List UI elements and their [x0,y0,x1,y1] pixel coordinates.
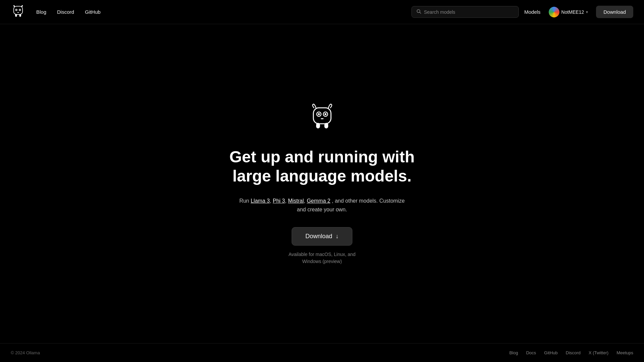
footer-docs-link[interactable]: Docs [526,350,536,355]
avatar [549,7,559,17]
avatar-image [549,7,559,17]
footer-discord-link[interactable]: Discord [566,350,581,355]
hero-title: Get up and running with large language m… [221,147,423,186]
hero-subtitle-prefix: Run [239,198,251,204]
footer: © 2024 Ollama Blog Docs GitHub Discord X… [0,343,644,362]
nav-right: Models NotMEE12 ▾ Download [411,5,633,19]
user-menu[interactable]: NotMEE12 ▾ [546,5,591,19]
nav-logo-link[interactable] [11,4,26,20]
svg-point-4 [19,9,20,10]
nav-blog-link[interactable]: Blog [36,9,46,15]
nav-discord-link[interactable]: Discord [57,9,74,15]
svg-rect-15 [320,118,323,119]
footer-meetups-link[interactable]: Meetups [616,350,633,355]
search-bar[interactable] [411,6,519,18]
svg-rect-17 [324,123,328,128]
nav-models-link[interactable]: Models [524,9,540,15]
logo-icon [11,4,26,19]
hero-mascot-icon [307,102,337,133]
chevron-down-icon: ▾ [586,10,588,14]
svg-rect-10 [313,108,331,123]
nav-github-link[interactable]: GitHub [85,9,101,15]
hero-logo [307,102,337,134]
hero-phi3-link[interactable]: Phi 3 [273,198,285,204]
svg-point-13 [318,113,320,115]
footer-copyright: © 2024 Ollama [11,350,40,355]
svg-point-14 [324,113,326,115]
svg-rect-16 [316,123,320,128]
user-name-label: NotMEE12 [561,9,584,15]
svg-point-3 [16,9,17,10]
download-arrow-icon: ↓ [336,233,339,240]
nav-download-button[interactable]: Download [596,6,633,18]
search-input[interactable] [424,9,514,15]
footer-github-link[interactable]: GitHub [544,350,557,355]
footer-blog-link[interactable]: Blog [509,350,518,355]
footer-links: Blog Docs GitHub Discord X (Twitter) Mee… [509,350,633,355]
hero-subtitle: Run Llama 3, Phi 3, Mistral, Gemma 2 , a… [238,197,406,214]
hero-download-button[interactable]: Download ↓ [292,227,352,246]
platform-note: Available for macOS, Linux, andWindows (… [289,251,356,265]
footer-twitter-link[interactable]: X (Twitter) [589,350,608,355]
svg-rect-7 [19,14,21,16]
svg-rect-5 [17,12,19,13]
hero-section: Get up and running with large language m… [0,24,644,343]
nav-left: Blog Discord GitHub [11,4,101,20]
hero-mistral-link[interactable]: Mistral [288,198,304,204]
search-icon [416,9,421,15]
hero-download-label: Download [305,233,332,240]
svg-rect-6 [15,14,17,16]
navbar: Blog Discord GitHub Models NotMEE12 ▾ Do… [0,0,644,24]
hero-gemma2-link[interactable]: Gemma 2 [307,198,330,204]
svg-rect-0 [14,6,22,14]
svg-line-9 [420,12,421,14]
hero-llama3-link[interactable]: Llama 3 [251,198,270,204]
